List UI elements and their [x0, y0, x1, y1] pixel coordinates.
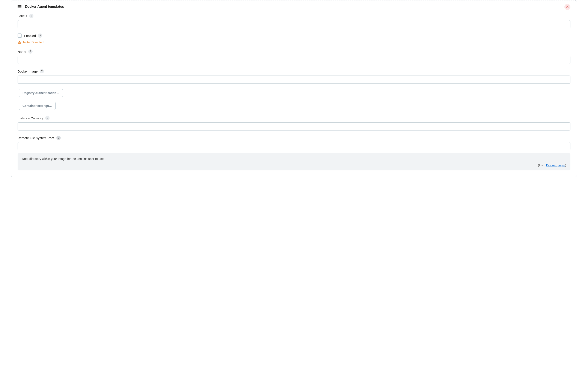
enabled-warning: Note: Disabled. — [18, 40, 570, 44]
instance-capacity-input[interactable] — [18, 122, 570, 131]
enabled-warning-text: Note: Disabled. — [23, 41, 44, 44]
instance-capacity-help-icon[interactable]: ? — [45, 116, 50, 120]
labels-input[interactable] — [18, 20, 570, 28]
instance-capacity-row: Instance Capacity ? — [18, 116, 570, 131]
drag-handle-icon[interactable] — [18, 5, 21, 8]
remote-fs-root-help-box: Root directory within your image for the… — [18, 153, 570, 170]
docker-image-label: Docker Image — [18, 70, 38, 73]
svg-rect-2 — [19, 42, 20, 43]
panel-title: Docker Agent templates — [25, 5, 64, 9]
remote-fs-root-help-icon[interactable]: ? — [56, 136, 61, 140]
labels-row: Labels ? — [18, 14, 570, 28]
close-icon — [566, 6, 569, 8]
registry-authentication-button[interactable]: Registry Authentication… — [19, 89, 63, 97]
panel-header: Docker Agent templates — [18, 5, 570, 9]
close-button[interactable] — [564, 4, 570, 10]
labels-help-icon[interactable]: ? — [29, 14, 33, 18]
name-help-icon[interactable]: ? — [28, 49, 32, 54]
svg-rect-3 — [19, 43, 20, 43]
container-settings-button[interactable]: Container settings… — [19, 102, 55, 110]
docker-agent-template-panel: Docker Agent templates Labels ? — [11, 0, 577, 177]
enabled-checkbox[interactable] — [18, 33, 22, 38]
docker-image-row: Docker Image ? — [18, 69, 570, 84]
remote-fs-root-row: Remote File System Root ? — [18, 136, 570, 150]
name-input[interactable] — [18, 56, 570, 64]
docker-plugin-link[interactable]: Docker plugin — [546, 163, 565, 167]
docker-image-help-icon[interactable]: ? — [40, 69, 44, 73]
name-row: Name ? — [18, 49, 570, 64]
docker-image-input[interactable] — [18, 76, 570, 84]
enabled-row: Enabled ? Note: Disabled. — [18, 33, 570, 44]
help-footer: (from Docker plugin) — [22, 163, 566, 167]
name-label: Name — [18, 50, 26, 54]
warning-icon — [18, 40, 21, 44]
enabled-help-icon[interactable]: ? — [38, 33, 42, 38]
instance-capacity-label: Instance Capacity — [18, 116, 43, 120]
remote-fs-root-label: Remote File System Root — [18, 136, 54, 140]
help-text: Root directory within your image for the… — [22, 157, 566, 161]
enabled-label: Enabled — [24, 34, 36, 38]
labels-label: Labels — [18, 14, 27, 18]
remote-fs-root-input[interactable] — [18, 142, 570, 150]
